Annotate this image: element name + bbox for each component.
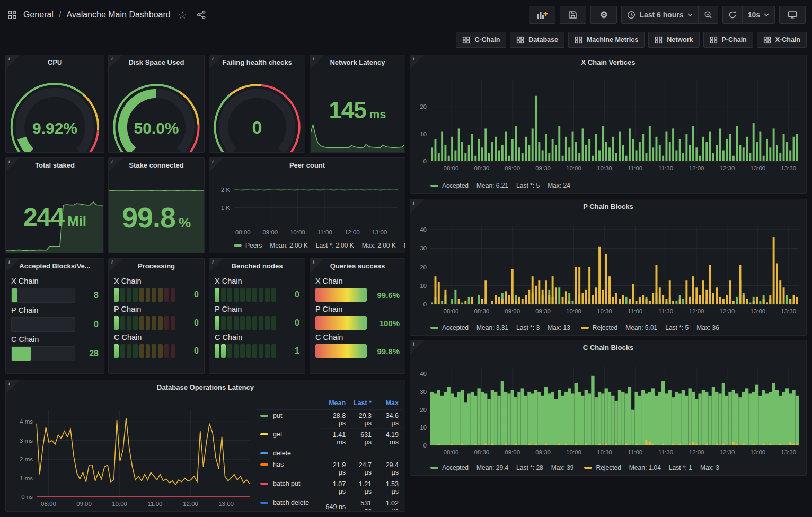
svg-text:11:30: 11:30 <box>658 165 673 171</box>
svg-text:2 ms: 2 ms <box>20 456 33 462</box>
panel-queries-success: i Queries success X Chain99.6%P Chain100… <box>310 258 405 374</box>
panel-title[interactable]: Stake connected <box>109 158 204 172</box>
legend-table-row-delete[interactable]: delete <box>257 448 402 459</box>
queries-success-bars: X Chain99.6%P Chain100%C Chain99.8% <box>310 273 405 358</box>
dashboard-toolbar: ⚙ Last 6 hours 10s <box>529 6 806 24</box>
panel-info-icon[interactable]: i <box>410 199 424 213</box>
panel-benched-nodes: i Benched nodes X Chain0P Chain0C Chain1 <box>209 258 305 374</box>
svg-text:10:00: 10:00 <box>290 229 305 235</box>
panel-title[interactable]: Total staked <box>6 158 104 172</box>
dashboard-link-c-chain[interactable]: C-Chain <box>456 32 506 48</box>
dashboard-link-machine-metrics[interactable]: Machine Metrics <box>568 32 645 48</box>
panel-title[interactable]: Benched nodes <box>209 259 305 273</box>
panel-title[interactable]: CPU <box>6 55 104 69</box>
svg-text:11:00: 11:00 <box>628 165 642 171</box>
panel-info-icon[interactable]: i <box>109 259 122 273</box>
dashboard-settings-button[interactable]: ⚙ <box>590 6 617 24</box>
panel-info-icon[interactable]: i <box>109 55 122 69</box>
dashboard-link-network[interactable]: Network <box>648 32 699 48</box>
dashboard-link-x-chain[interactable]: X-Chain <box>757 32 807 48</box>
panel-info-icon[interactable]: i <box>6 158 20 172</box>
panel-info-icon[interactable]: i <box>410 340 424 354</box>
panel-title[interactable]: Processing <box>109 259 204 273</box>
legend-table-row-get[interactable]: get1.41 ms631 µs4.19 ms <box>257 429 402 448</box>
refresh-interval-picker[interactable]: 10s <box>742 6 774 23</box>
total-staked-value: 244Mil <box>6 203 104 232</box>
svg-text:09:00: 09:00 <box>262 229 278 235</box>
db-latency-chart: 08:0009:0010:0011:0012:0013:000 ns1 ms2 … <box>6 394 254 511</box>
legend-item-rejected[interactable]: RejectedMean: 1.04Last *: 1Max: 3 <box>584 464 719 471</box>
kiosk-mode-button[interactable] <box>779 6 806 24</box>
gradient-gauge <box>315 316 367 330</box>
legend-item-accepted[interactable]: AcceptedMean: 6.21Last *: 5Max: 24 <box>430 182 570 189</box>
panel-info-icon[interactable]: i <box>209 158 223 172</box>
panel-title[interactable]: Peer count <box>209 158 405 172</box>
panel-info-icon[interactable]: i <box>209 259 223 273</box>
panel-peer-count: i Peer count 08:0009:0010:0011:0012:0013… <box>209 157 405 253</box>
panel-info-icon[interactable]: i <box>310 55 324 69</box>
legend-item-peers[interactable]: PeersMean: 2.00 KLast *: 2.00 KMax: 2.00… <box>234 242 405 249</box>
svg-text:10:00: 10:00 <box>566 165 581 171</box>
star-icon[interactable]: ☆ <box>177 8 188 22</box>
panel-info-icon[interactable]: i <box>209 55 223 69</box>
panel-info-icon[interactable]: i <box>6 380 20 394</box>
panel-title[interactable]: Queries success <box>310 259 405 273</box>
svg-text:13:30: 13:30 <box>781 165 796 171</box>
panel-title[interactable]: Accepted Blocks/Ve... <box>6 259 104 273</box>
segment-gauge <box>215 344 276 358</box>
save-dashboard-button[interactable] <box>560 6 586 24</box>
legend-item-rejected[interactable]: RejectedMean: 5.01Last *: 5Max: 36 <box>581 324 719 331</box>
panel-title[interactable]: X Chain Vertices <box>410 55 806 69</box>
chain-label: X Chain <box>11 277 99 285</box>
panel-title[interactable]: Database Operations Latency <box>6 380 405 394</box>
svg-text:9.92%: 9.92% <box>32 119 77 137</box>
time-range-picker[interactable]: Last 6 hours <box>622 6 698 23</box>
svg-text:09:00: 09:00 <box>505 449 520 455</box>
legend-table-row-has[interactable]: has21.9 µs24.7 µs29.4 µs <box>257 459 402 478</box>
apps-grid-icon <box>462 36 470 44</box>
svg-text:40: 40 <box>420 371 427 377</box>
panel-title[interactable]: Network Latency <box>310 55 405 69</box>
legend-table-row-batch-delete[interactable]: batch delete649 ns531 ns1.02 µs <box>257 497 402 511</box>
dashboard-link-p-chain[interactable]: P-Chain <box>703 32 753 48</box>
add-panel-button[interactable] <box>529 6 555 24</box>
refresh-button[interactable] <box>723 6 742 23</box>
svg-text:08:00: 08:00 <box>444 449 459 455</box>
zoom-out-time-button[interactable] <box>698 6 718 23</box>
legend-table-row-batch-put[interactable]: batch put1.07 µs1.21 µs1.53 µs <box>257 478 402 497</box>
svg-text:08:00: 08:00 <box>444 308 459 314</box>
gradient-gauge <box>315 344 367 358</box>
panel-info-icon[interactable]: i <box>410 55 424 69</box>
panel-title[interactable]: C Chain Blocks <box>410 340 806 354</box>
share-icon[interactable] <box>196 9 207 21</box>
chain-label: P Chain <box>114 305 199 313</box>
legend-table-row-put[interactable]: put28.8 µs29.3 µs34.6 µs <box>257 410 402 429</box>
segment-gauge <box>114 288 175 302</box>
panel-info-icon[interactable]: i <box>109 158 122 172</box>
svg-text:50.0%: 50.0% <box>134 119 179 137</box>
breadcrumb-section[interactable]: General <box>23 10 54 20</box>
dashboard-link-database[interactable]: Database <box>510 32 564 48</box>
panel-info-icon[interactable]: i <box>6 259 20 273</box>
panel-title[interactable]: P Chain Blocks <box>410 199 806 213</box>
legend-item-accepted[interactable]: AcceptedMean: 29.4Last *: 28Max: 39 <box>430 464 573 471</box>
segment-gauge <box>114 316 175 330</box>
svg-text:09:30: 09:30 <box>535 449 551 455</box>
legend-item-accepted[interactable]: AcceptedMean: 3.31Last *: 3Max: 13 <box>430 324 570 331</box>
refresh-group: 10s <box>722 6 775 24</box>
network-latency-sparkline <box>311 120 404 152</box>
panel-network-latency: i Network Latency 145ms <box>310 55 405 153</box>
panel-info-icon[interactable]: i <box>6 55 20 69</box>
svg-text:13:30: 13:30 <box>781 449 796 455</box>
svg-text:13:00: 13:00 <box>750 308 765 314</box>
panel-info-icon[interactable]: i <box>310 259 324 273</box>
panel-x-chain-vertices: i X Chain Vertices 08:0008:3009:0009:301… <box>410 55 807 194</box>
svg-text:10:30: 10:30 <box>597 449 612 455</box>
svg-text:10: 10 <box>420 424 427 431</box>
accepted-blocks-bargauges: X Chain8P Chain0C Chain28 <box>6 273 104 361</box>
breadcrumb-page-title[interactable]: Avalanche Main Dashboard <box>66 10 170 20</box>
segment-gauge <box>215 288 276 302</box>
panel-title[interactable]: Disk Space Used <box>109 55 204 69</box>
panel-processing: i Processing X Chain0P Chain0C Chain0 <box>108 258 205 374</box>
panel-title[interactable]: Failing health checks <box>209 55 305 69</box>
